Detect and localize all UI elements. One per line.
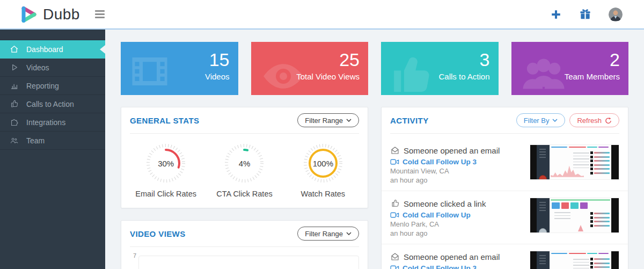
sidebar-item-label: Videos xyxy=(26,63,49,72)
stat-value: 2 xyxy=(610,49,620,70)
activity-video-link[interactable]: Cold Call Follow Up 3 xyxy=(390,158,524,166)
home-icon xyxy=(10,45,19,54)
stat-label: Total Video Views xyxy=(296,72,360,81)
video-camera-icon xyxy=(390,265,399,269)
general-stats-title: GENERAL STATS xyxy=(130,116,199,125)
gauge-percent: 30% xyxy=(144,141,188,185)
thumb-icon xyxy=(385,50,437,95)
activity-item: Someone clicked a link Cold Call Follow … xyxy=(382,191,628,244)
stat-card-team-members[interactable]: 2 Team Members xyxy=(511,42,629,95)
stat-value: 15 xyxy=(209,49,230,70)
dubb-dashboard-app: Dubb xyxy=(0,0,644,269)
activity-item: Someone opened an email Cold Call Follow… xyxy=(382,244,628,269)
gift-icon[interactable] xyxy=(579,8,591,20)
sidebar-item-label: Reporting xyxy=(26,82,59,90)
activity-timestamp: an hour ago xyxy=(390,229,524,237)
sidebar-item-videos[interactable]: Videos xyxy=(0,59,105,77)
plus-icon[interactable] xyxy=(550,9,562,20)
chevron-down-icon xyxy=(552,119,558,122)
chart-plot-area xyxy=(138,256,359,269)
sidebar-item-label: Calls to Action xyxy=(26,100,74,108)
people-icon xyxy=(516,50,572,95)
email-open-icon xyxy=(390,252,400,261)
video-camera-icon xyxy=(390,212,399,219)
stat-card-total-video-views[interactable]: 25 Total Video Views xyxy=(251,42,369,95)
filter-range-button[interactable]: Filter Range xyxy=(297,113,359,127)
email-open-icon xyxy=(390,146,400,155)
dubb-logo-icon xyxy=(19,5,38,24)
gauge-percent: 100% xyxy=(301,141,345,185)
activity-event-text: Someone clicked a link xyxy=(404,199,486,208)
activity-location: Mountain View, CA xyxy=(390,167,524,175)
hamburger-menu-icon[interactable] xyxy=(93,8,107,20)
gauge-percent: 4% xyxy=(222,141,266,185)
sidebar-item-label: Integrations xyxy=(26,118,65,127)
stat-value: 3 xyxy=(480,49,490,70)
y-tick: 7 xyxy=(133,252,136,259)
activity-title: ACTIVITY xyxy=(390,116,429,125)
link-click-icon xyxy=(390,199,400,208)
sidebar-item-integrations[interactable]: Integrations xyxy=(0,113,105,132)
people-icon xyxy=(10,136,19,145)
activity-item: Someone opened an email Cold Call Follow… xyxy=(382,134,628,191)
stat-label: Team Members xyxy=(565,72,620,81)
gauge-cta-click-rates: 4% CTA Click Rates xyxy=(207,141,282,198)
stat-label: Calls to Action xyxy=(438,72,489,81)
sidebar-item-dashboard[interactable]: Dashboard xyxy=(0,40,105,59)
activity-event-text: Someone opened an email xyxy=(404,146,500,155)
stat-card-videos[interactable]: 15 Videos xyxy=(121,42,238,95)
main-content: 15 Videos 25 Total Video Views 3 Calls t… xyxy=(105,30,644,269)
stat-card-calls-to-action[interactable]: 3 Calls to Action xyxy=(381,42,499,95)
brand[interactable]: Dubb xyxy=(19,5,80,24)
user-avatar[interactable] xyxy=(609,8,623,21)
stat-cards-row: 15 Videos 25 Total Video Views 3 Calls t… xyxy=(121,42,628,95)
sidebar-item-team[interactable]: Team xyxy=(0,132,105,150)
gauge-email-click-rates: 30% Email Click Rates xyxy=(128,141,203,198)
sidebar-item-calls-to-action[interactable]: Calls to Action xyxy=(0,95,105,113)
gauges-row: 30% Email Click Rates 4% xyxy=(121,134,368,208)
play-icon xyxy=(10,63,19,72)
video-views-title: VIDEO VIEWS xyxy=(130,229,186,238)
thumbs-up-icon xyxy=(10,99,19,108)
activity-event-text: Someone opened an email xyxy=(404,252,500,261)
general-stats-panel: GENERAL STATS Filter Range xyxy=(121,107,368,208)
video-camera-icon xyxy=(390,158,399,165)
gauge-label: Watch Rates xyxy=(301,190,345,198)
filter-range-button[interactable]: Filter Range xyxy=(297,227,359,241)
chevron-down-icon xyxy=(346,232,352,235)
stat-value: 25 xyxy=(339,49,360,70)
sidebar-spacer xyxy=(0,30,105,40)
stat-label: Videos xyxy=(205,72,230,81)
video-views-chart: 7 6 xyxy=(121,247,368,269)
sidebar-nav: Dashboard Videos Reporting xyxy=(0,30,105,269)
video-views-panel: VIDEO VIEWS Filter Range xyxy=(121,220,368,269)
sidebar-item-reporting[interactable]: Reporting xyxy=(0,77,105,95)
activity-video-link[interactable]: Cold Call Follow Up 3 xyxy=(390,264,524,269)
top-header: Dubb xyxy=(0,0,644,30)
avatar-photo xyxy=(609,8,623,21)
activity-panel: ACTIVITY Filter By Refresh xyxy=(381,107,628,269)
sidebar-item-label: Dashboard xyxy=(26,45,63,54)
activity-location: Menlo Park, CA xyxy=(390,220,524,228)
activity-thumbnail[interactable] xyxy=(530,198,619,233)
refresh-button[interactable]: Refresh xyxy=(569,113,619,127)
puzzle-icon xyxy=(10,118,19,127)
bar-chart-icon xyxy=(10,81,19,90)
activity-thumbnail[interactable] xyxy=(530,251,619,269)
refresh-icon xyxy=(605,117,612,124)
activity-timestamp: an hour ago xyxy=(390,176,524,184)
activity-thumbnail[interactable] xyxy=(530,144,619,180)
gauge-label: CTA Click Rates xyxy=(216,190,272,198)
activity-video-link[interactable]: Cold Call Follow Up xyxy=(390,211,524,219)
filter-by-button[interactable]: Filter By xyxy=(516,113,566,127)
gauge-label: Email Click Rates xyxy=(135,190,196,198)
chevron-down-icon xyxy=(346,119,352,122)
brand-name: Dubb xyxy=(43,6,80,23)
film-icon xyxy=(125,50,174,92)
gauge-watch-rates: 100% Watch Rates xyxy=(286,141,361,198)
left-column: GENERAL STATS Filter Range xyxy=(121,107,368,269)
chart-y-axis: 7 6 xyxy=(127,256,138,269)
sidebar-item-label: Team xyxy=(26,136,45,145)
